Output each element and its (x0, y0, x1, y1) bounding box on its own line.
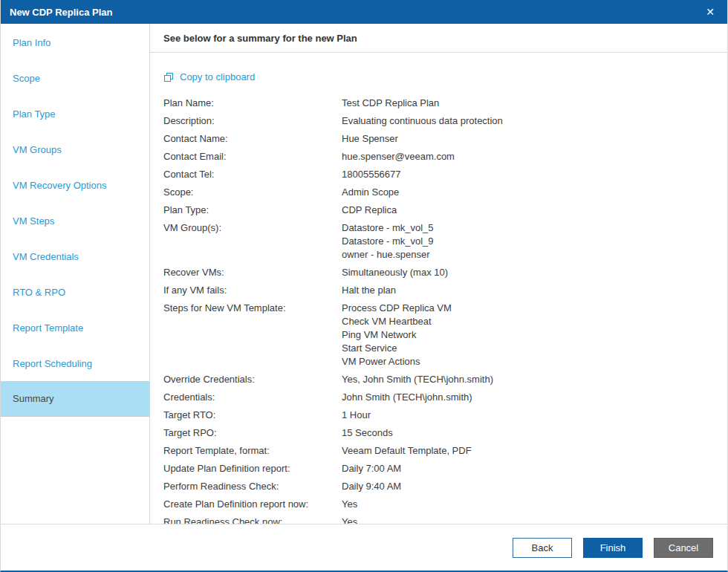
summary-row-value: Process CDP Replica VMCheck VM Heartbeat… (342, 302, 714, 368)
sidebar-item-plan-type[interactable]: Plan Type (1, 96, 149, 131)
summary-row: Override Credentials:Yes, John Smith (TE… (163, 373, 714, 386)
summary-row-label: Override Credentials: (163, 373, 342, 386)
summary-row-label: Scope: (163, 186, 342, 199)
titlebar: New CDP Replica Plan ✕ (1, 0, 727, 24)
copy-icon (163, 72, 174, 82)
summary-row-label: Plan Name: (163, 97, 342, 110)
summary-row-value: Veeam Default Template, PDF (342, 444, 714, 458)
summary-row-label: Create Plan Definition report now: (163, 498, 342, 511)
sidebar-item-report-scheduling[interactable]: Report Scheduling (1, 345, 149, 381)
summary-row-label: Target RTO: (163, 409, 342, 422)
summary-value-line: Yes, John Smith (TECH\john.smith) (342, 373, 714, 386)
summary-row: Perform Readiness Check:Daily 9:40 AM (163, 480, 714, 493)
summary-row-label: Perform Readiness Check: (163, 480, 342, 493)
summary-table: Plan Name:Test CDP Replica PlanDescripti… (163, 97, 714, 524)
summary-row-value: 1 Hour (342, 409, 714, 422)
summary-value-line: Hue Spenser (342, 132, 714, 146)
summary-panel: Copy to clipboard Plan Name:Test CDP Rep… (150, 53, 727, 524)
summary-row: Target RPO:15 Seconds (163, 426, 714, 440)
summary-row-label: Contact Name: (163, 132, 342, 146)
summary-value-line: Ping VM Network (342, 328, 714, 342)
sidebar-item-summary[interactable]: Summary (1, 381, 149, 417)
copy-to-clipboard-label: Copy to clipboard (180, 71, 255, 82)
summary-row-value: 18005556677 (342, 168, 714, 181)
summary-row: Run Readiness Check now:Yes (163, 516, 714, 524)
summary-row: Contact Email:hue.spenser@veeam.com (163, 150, 714, 163)
summary-row-label: Description: (163, 114, 342, 128)
summary-row: Create Plan Definition report now:Yes (163, 498, 714, 511)
summary-row: Target RTO:1 Hour (163, 409, 714, 422)
sidebar-item-report-template[interactable]: Report Template (1, 310, 149, 345)
summary-row: Scope:Admin Scope (163, 186, 714, 199)
finish-button[interactable]: Finish (583, 538, 643, 558)
summary-value-line: VM Power Actions (342, 355, 714, 368)
summary-value-line: Simultaneously (max 10) (342, 266, 714, 279)
back-button[interactable]: Back (513, 538, 572, 558)
summary-value-line: hue.spenser@veeam.com (342, 150, 714, 163)
summary-row-value: Yes, John Smith (TECH\john.smith) (342, 373, 714, 386)
summary-row: VM Group(s):Datastore - mk_vol_5Datastor… (163, 221, 714, 261)
cancel-button[interactable]: Cancel (654, 538, 713, 558)
summary-value-line: 15 Seconds (342, 426, 714, 440)
sidebar-item-vm-groups[interactable]: VM Groups (1, 131, 149, 167)
summary-row-label: Contact Tel: (163, 168, 342, 181)
summary-row-value: Daily 9:40 AM (342, 480, 714, 493)
summary-value-line: Datastore - mk_vol_5 (342, 221, 714, 235)
summary-row: Description:Evaluating continuous data p… (163, 114, 714, 128)
summary-row-label: Target RPO: (163, 426, 342, 440)
summary-row-value: Datastore - mk_vol_5Datastore - mk_vol_9… (342, 221, 714, 261)
summary-row-value: Hue Spenser (342, 132, 714, 146)
summary-row: Update Plan Definition report:Daily 7:00… (163, 462, 714, 475)
summary-row-value: Daily 7:00 AM (342, 462, 714, 475)
summary-row-value: Simultaneously (max 10) (342, 266, 714, 279)
summary-row-label: Credentials: (163, 391, 342, 404)
summary-row-label: VM Group(s): (163, 221, 342, 261)
summary-row-value: 15 Seconds (342, 426, 714, 440)
summary-row: If any VM fails:Halt the plan (163, 284, 714, 297)
summary-value-line: Check VM Heartbeat (342, 315, 714, 328)
summary-row-label: Report Template, format: (163, 444, 342, 458)
summary-row: Contact Name:Hue Spenser (163, 132, 714, 146)
summary-row-value: Admin Scope (342, 186, 714, 199)
summary-value-line: 1 Hour (342, 409, 714, 422)
summary-row: Plan Type:CDP Replica (163, 204, 714, 217)
sidebar-item-rto-rpo[interactable]: RTO & RPO (1, 274, 149, 310)
summary-row-value: Evaluating continuous data protection (342, 114, 714, 128)
sidebar-item-plan-info[interactable]: Plan Info (1, 25, 149, 60)
summary-value-line: Daily 9:40 AM (342, 480, 714, 493)
summary-value-line: 18005556677 (342, 168, 714, 181)
wizard-steps-sidebar: Plan InfoScopePlan TypeVM GroupsVM Recov… (1, 24, 150, 524)
sidebar-item-scope[interactable]: Scope (1, 60, 149, 96)
window-title: New CDP Replica Plan (10, 7, 702, 18)
summary-value-line: Evaluating continuous data protection (342, 114, 714, 128)
summary-row-value: Test CDP Replica Plan (342, 97, 714, 110)
summary-row: Credentials:John Smith (TECH\john.smith) (163, 391, 714, 404)
summary-row: Contact Tel:18005556677 (163, 168, 714, 181)
sidebar-item-vm-credentials[interactable]: VM Credentials (1, 238, 149, 274)
summary-value-line: CDP Replica (342, 204, 714, 217)
summary-row: Report Template, format:Veeam Default Te… (163, 444, 714, 458)
summary-value-line: Yes (342, 516, 714, 524)
content-header: See below for a summary for the new Plan (150, 24, 727, 53)
summary-value-line: Test CDP Replica Plan (342, 97, 714, 110)
sidebar-item-vm-steps[interactable]: VM Steps (1, 203, 149, 238)
summary-row-label: Steps for New VM Template: (163, 302, 342, 368)
summary-row-value: Yes (342, 498, 714, 511)
summary-row: Steps for New VM Template:Process CDP Re… (163, 302, 714, 368)
copy-to-clipboard-link[interactable]: Copy to clipboard (163, 71, 255, 82)
sidebar-item-vm-recovery-options[interactable]: VM Recovery Options (1, 167, 149, 203)
dialog-body: Plan InfoScopePlan TypeVM GroupsVM Recov… (1, 24, 727, 524)
summary-row-label: If any VM fails: (163, 284, 342, 297)
summary-row-label: Update Plan Definition report: (163, 462, 342, 475)
summary-row-label: Plan Type: (163, 204, 342, 217)
close-icon[interactable]: ✕ (702, 5, 718, 19)
summary-row: Plan Name:Test CDP Replica Plan (163, 97, 714, 110)
summary-row-value: hue.spenser@veeam.com (342, 150, 714, 163)
summary-row-label: Recover VMs: (163, 266, 342, 279)
summary-value-line: John Smith (TECH\john.smith) (342, 391, 714, 404)
summary-row-value: John Smith (TECH\john.smith) (342, 391, 714, 404)
summary-row-value: Yes (342, 516, 714, 524)
summary-value-line: Start Service (342, 342, 714, 355)
summary-value-line: Admin Scope (342, 186, 714, 199)
summary-row-label: Run Readiness Check now: (163, 516, 342, 524)
